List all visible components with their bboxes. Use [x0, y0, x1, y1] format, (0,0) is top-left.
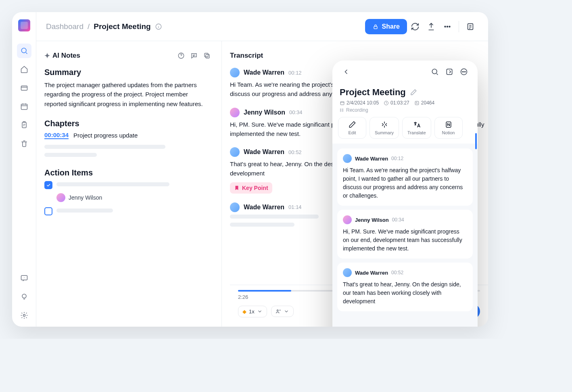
feed-card[interactable]: Wade Warren00:52 That's great to hear, J… — [337, 263, 473, 311]
svg-rect-8 — [374, 26, 377, 29]
svg-point-6 — [23, 315, 25, 317]
breadcrumb-current: Project Meeting — [94, 22, 150, 31]
export-icon[interactable] — [423, 19, 439, 35]
tool-translate[interactable]: Translate — [402, 117, 431, 139]
transcript-title: Transcript — [230, 52, 263, 60]
tool-notion[interactable]: Notion — [434, 117, 463, 139]
svg-point-22 — [463, 71, 464, 72]
avatar — [230, 202, 240, 212]
feed-time: 00:52 — [391, 270, 403, 275]
avatar — [230, 68, 240, 77]
assignee-name: Jenny Wilson — [69, 194, 102, 201]
feed-time: 00:34 — [392, 217, 404, 223]
svg-rect-24 — [340, 101, 344, 104]
chapter-timestamp[interactable]: 00:00:34 — [44, 131, 69, 139]
svg-point-9 — [445, 26, 446, 27]
action-item — [44, 181, 221, 189]
breadcrumb-root[interactable]: Dashboard — [46, 22, 84, 31]
speaker-name: Wade Warren — [244, 204, 284, 211]
mobile-tools: Edit Summary Translate Notion — [332, 117, 478, 139]
svg-rect-1 — [21, 86, 27, 90]
svg-rect-3 — [22, 122, 26, 127]
ai-notes-panel: ✦ AI Notes Summary The project manager g… — [36, 41, 222, 327]
speaker-selector[interactable] — [271, 306, 294, 317]
clipboard-icon[interactable] — [17, 118, 31, 132]
summary-body: The project manager gathered updates fro… — [44, 80, 221, 108]
refresh-icon[interactable] — [407, 19, 423, 35]
feed-name: Wade Warren — [355, 270, 388, 276]
feed-card[interactable]: Wade Warren00:12 Hi Team. As we're neari… — [337, 148, 473, 206]
feed-body: Hi Team. As we're nearing the project's … — [343, 166, 467, 200]
feedback-icon[interactable] — [17, 271, 31, 286]
svg-point-21 — [462, 71, 463, 72]
speaker-name: Wade Warren — [244, 148, 284, 156]
recording-label: ⦀⦀Recording — [332, 106, 478, 117]
feed-card[interactable]: Jenny Wilson00:34 Hi, PM. Sure. We've ma… — [337, 210, 473, 259]
entry-time[interactable]: 00:12 — [288, 70, 302, 76]
back-icon[interactable] — [339, 65, 353, 79]
summary-heading: Summary — [44, 68, 221, 77]
speed-selector[interactable]: ◆1x — [238, 306, 267, 317]
svg-rect-14 — [206, 54, 209, 58]
side-rail — [12, 12, 36, 327]
skeleton-line — [44, 153, 97, 157]
calendar-icon[interactable] — [17, 99, 31, 114]
edit-icon[interactable] — [410, 89, 417, 96]
home-icon[interactable] — [17, 62, 31, 77]
search-icon[interactable] — [428, 65, 442, 79]
keypoint-badge[interactable]: Key Point — [230, 182, 272, 194]
speaker-name: Wade Warren — [244, 69, 284, 76]
feed-name: Jenny Wilson — [355, 217, 389, 223]
edit-square-icon[interactable] — [442, 65, 457, 79]
avatar — [230, 108, 240, 117]
app-window: Dashboard / Project Meeting Share ✦ — [12, 12, 488, 327]
speaker-name: Jenny Wilson — [244, 109, 285, 116]
svg-point-23 — [465, 71, 466, 72]
tool-edit[interactable]: Edit — [338, 117, 366, 139]
svg-rect-15 — [205, 53, 208, 57]
mobile-feed: Wade Warren00:12 Hi Team. As we're neari… — [332, 144, 478, 327]
sparkle-icon: ✦ — [44, 52, 50, 60]
more-icon[interactable] — [439, 19, 455, 35]
chapter-label[interactable]: Project progress update — [73, 132, 138, 139]
entry-time[interactable]: 00:34 — [289, 109, 303, 115]
entry-time[interactable]: 01:14 — [288, 204, 302, 210]
checkbox-unchecked[interactable] — [44, 207, 52, 215]
svg-point-11 — [449, 26, 450, 27]
mobile-meta: 2/4/2024 10:05 01:03:27 20464 — [332, 100, 478, 106]
mobile-topbar — [332, 60, 478, 83]
search-icon[interactable] — [17, 44, 31, 58]
settings-icon[interactable] — [17, 308, 31, 323]
mobile-title: Project Meeting — [340, 87, 406, 98]
svg-point-10 — [447, 26, 448, 27]
action-item — [44, 207, 221, 215]
info-icon[interactable] — [155, 23, 162, 30]
ai-notes-title: ✦ AI Notes — [44, 52, 80, 60]
lightbulb-icon[interactable] — [17, 290, 31, 304]
avatar — [343, 215, 352, 224]
avatar — [343, 268, 352, 277]
feed-body: Hi, PM. Sure. We've made significant pro… — [343, 227, 467, 253]
app-logo[interactable] — [18, 19, 30, 31]
feed-body: That's great to hear, Jenny. On the desi… — [343, 280, 467, 306]
assignee[interactable]: Jenny Wilson — [56, 193, 221, 202]
notes-icon[interactable] — [462, 19, 478, 35]
copy-icon[interactable] — [200, 49, 213, 62]
svg-point-18 — [432, 69, 437, 74]
breadcrumb-sep: / — [88, 22, 90, 31]
tool-summary[interactable]: Summary — [370, 117, 399, 139]
share-button[interactable]: Share — [365, 19, 407, 34]
more-icon[interactable] — [457, 65, 471, 79]
entry-time[interactable]: 00:52 — [288, 149, 302, 155]
svg-point-16 — [277, 310, 278, 311]
trash-icon[interactable] — [17, 136, 31, 151]
lock-icon — [372, 23, 379, 30]
avatar — [343, 154, 352, 163]
divider — [459, 21, 459, 32]
folder-icon[interactable] — [17, 81, 31, 95]
checkbox-checked[interactable] — [44, 181, 52, 189]
help-icon[interactable] — [175, 49, 188, 62]
feed-time: 00:12 — [391, 156, 403, 161]
comment-icon[interactable] — [188, 49, 200, 62]
avatar — [230, 147, 240, 157]
